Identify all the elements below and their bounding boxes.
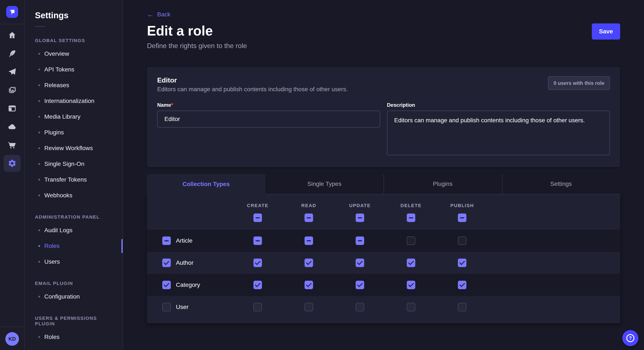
category-read-checkbox[interactable] xyxy=(304,281,313,289)
category-create-checkbox[interactable] xyxy=(254,281,262,289)
article-delete-checkbox[interactable] xyxy=(407,236,415,245)
column-label-update: UPDATE xyxy=(334,203,386,208)
article-publish-checkbox[interactable] xyxy=(458,236,466,245)
role-name-input[interactable] xyxy=(157,111,380,128)
sidebar-item-label: Configuration xyxy=(44,293,80,300)
sidebar-item-roles-active[interactable]: Roles xyxy=(25,238,123,254)
tab-settings[interactable]: Settings xyxy=(502,174,620,194)
select-all-update-checkbox[interactable] xyxy=(356,213,364,222)
sidebar-item-label: Roles xyxy=(44,334,60,341)
sidebar-title: Settings xyxy=(25,10,123,20)
tab-collection-types[interactable]: Collection Types xyxy=(147,174,265,194)
sidebar-item-webhooks[interactable]: Webhooks xyxy=(25,187,123,203)
select-all-publish-checkbox[interactable] xyxy=(458,213,466,222)
sidebar-item-overview[interactable]: Overview xyxy=(25,46,123,62)
home-icon[interactable] xyxy=(4,27,21,44)
permission-cell xyxy=(386,281,436,289)
sidebar-item-label: Single Sign-On xyxy=(44,161,84,167)
sidebar-item-label: API Tokens xyxy=(44,66,74,73)
row-name-cell: User xyxy=(147,303,232,311)
user-update-checkbox[interactable] xyxy=(356,303,364,311)
select-all-create-checkbox[interactable] xyxy=(254,213,262,222)
author-publish-checkbox[interactable] xyxy=(458,259,466,267)
permission-rows: Article Author xyxy=(147,230,620,318)
permission-cell xyxy=(334,303,386,311)
author-read-checkbox[interactable] xyxy=(304,259,313,267)
sidebar-item-configuration[interactable]: Configuration xyxy=(25,289,123,305)
role-description-textarea[interactable]: Editors can manage and publish contents … xyxy=(387,111,610,155)
permission-cell xyxy=(232,281,283,289)
help-question-icon: ? xyxy=(626,334,634,342)
category-update-checkbox[interactable] xyxy=(356,281,364,289)
save-button[interactable]: Save xyxy=(592,23,620,39)
sidebar-item-review-workflows[interactable]: Review Workflows xyxy=(25,140,123,156)
author-row-checkbox[interactable] xyxy=(162,259,171,267)
users-with-role-badge[interactable]: 0 users with this role xyxy=(548,76,610,90)
description-field-group: Description Editors can manage and publi… xyxy=(387,102,610,157)
article-row-checkbox[interactable] xyxy=(162,236,171,245)
select-all-cell xyxy=(386,213,436,222)
user-publish-checkbox[interactable] xyxy=(458,303,466,311)
article-read-checkbox[interactable] xyxy=(304,236,313,245)
strapi-logo[interactable] xyxy=(6,6,18,18)
row-name-cell: Author xyxy=(147,259,232,267)
user-read-checkbox[interactable] xyxy=(304,303,313,311)
section-label: EMAIL PLUGIN xyxy=(35,281,112,286)
category-delete-checkbox[interactable] xyxy=(407,281,415,289)
cloud-icon[interactable] xyxy=(4,118,21,135)
permissions-section: Collection Types Single Types Plugins Se… xyxy=(147,174,620,323)
user-delete-checkbox[interactable] xyxy=(407,303,415,311)
category-publish-checkbox[interactable] xyxy=(458,281,466,289)
name-field-group: Name* xyxy=(157,102,380,157)
paper-plane-icon[interactable] xyxy=(4,63,21,80)
sidebar-item-audit-logs[interactable]: Audit Logs xyxy=(25,222,123,238)
author-create-checkbox[interactable] xyxy=(254,259,262,267)
user-row-checkbox[interactable] xyxy=(162,303,171,311)
permission-cell xyxy=(436,236,488,245)
help-button[interactable]: ? xyxy=(622,330,638,346)
sidebar-item-users[interactable]: Users xyxy=(25,254,123,270)
strapi-logo-icon xyxy=(6,6,18,18)
section-label: ADMINISTRATION PANEL xyxy=(35,214,112,220)
sidebar-item-releases[interactable]: Releases xyxy=(25,77,123,93)
select-all-read-checkbox[interactable] xyxy=(304,213,313,222)
tab-plugins[interactable]: Plugins xyxy=(384,174,502,194)
article-create-checkbox[interactable] xyxy=(254,236,262,245)
row-label: Article xyxy=(176,237,192,244)
column-label-publish: PUBLISH xyxy=(436,203,488,208)
permission-cell xyxy=(232,236,283,245)
author-delete-checkbox[interactable] xyxy=(407,259,415,267)
select-all-delete-checkbox[interactable] xyxy=(407,213,415,222)
description-label-text: Description xyxy=(387,102,415,108)
permissions-tabs: Collection Types Single Types Plugins Se… xyxy=(147,174,620,194)
user-avatar[interactable]: KD xyxy=(5,332,19,346)
table-row-user: User xyxy=(147,296,620,318)
sidebar-item-transfer-tokens[interactable]: Transfer Tokens xyxy=(25,172,123,187)
author-update-checkbox[interactable] xyxy=(356,259,364,267)
sidebar-item-label: Overview xyxy=(44,50,69,57)
sidebar-item-api-tokens[interactable]: API Tokens xyxy=(25,62,123,77)
page-subtitle: Define the rights given to the role xyxy=(147,41,620,50)
back-link[interactable]: ← Back xyxy=(147,11,170,18)
permission-cell xyxy=(232,303,283,311)
required-asterisk: * xyxy=(171,102,173,108)
row-name-cell: Article xyxy=(147,236,232,245)
settings-gear-icon[interactable] xyxy=(4,155,21,172)
sidebar-item-single-sign-on[interactable]: Single Sign-On xyxy=(25,156,123,172)
marketplace-cart-icon[interactable] xyxy=(4,137,21,154)
user-create-checkbox[interactable] xyxy=(254,303,262,311)
sidebar-item-label: Releases xyxy=(44,82,69,89)
content-manager-feather-icon[interactable] xyxy=(4,45,21,62)
media-library-images-icon[interactable] xyxy=(4,82,21,99)
column-label-create: CREATE xyxy=(232,203,283,208)
tab-single-types[interactable]: Single Types xyxy=(265,174,384,194)
sidebar-item-plugins[interactable]: Plugins xyxy=(25,125,123,140)
sidebar-item-up-providers[interactable]: Providers xyxy=(25,345,123,350)
category-row-checkbox[interactable] xyxy=(162,281,171,289)
sidebar-item-up-roles[interactable]: Roles xyxy=(25,329,123,345)
layout-builder-icon[interactable] xyxy=(4,100,21,117)
article-update-checkbox[interactable] xyxy=(356,236,364,245)
table-row-category: Category xyxy=(147,274,620,296)
sidebar-item-media-library[interactable]: Media Library xyxy=(25,109,123,125)
sidebar-item-internationalization[interactable]: Internationalization xyxy=(25,93,123,109)
